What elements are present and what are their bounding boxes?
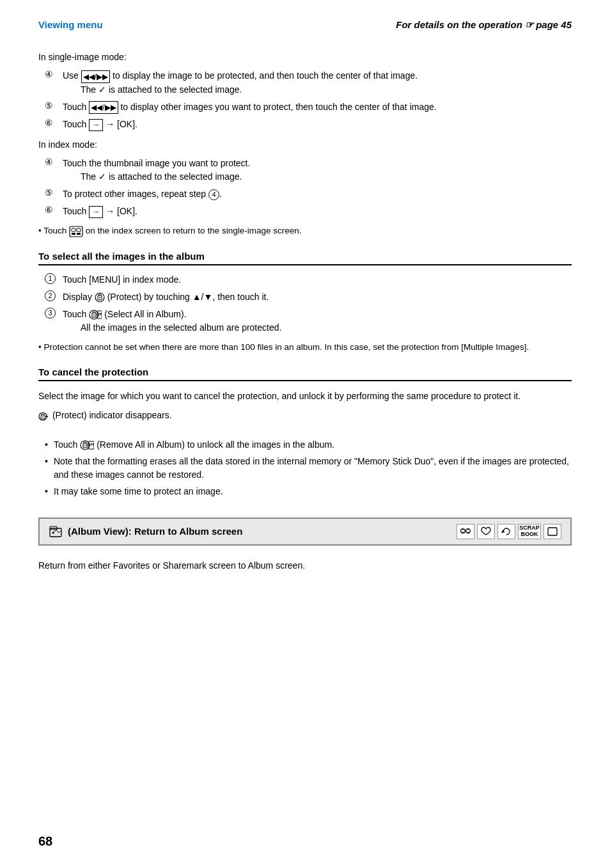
step-indent-text: The ✓ is attached to the selected image. [81, 83, 572, 97]
svg-rect-3 [72, 233, 75, 235]
page: Viewing menu For details on the operatio… [0, 0, 610, 868]
page-reference: For details on the operation ☞ page 45 [396, 19, 572, 31]
step-item: 3 Touch ON (Select All in Album). All th… [45, 308, 572, 335]
step-text: Use ◀◀/▶▶ to display the image to be pro… [63, 69, 572, 96]
cancel-note-item: Touch OFF (Remove All in Album) to unloc… [45, 438, 572, 452]
index-bullet-note: • Touch on the index screen to return to… [38, 225, 572, 237]
svg-text:OFF: OFF [88, 443, 95, 446]
svg-point-12 [94, 315, 95, 316]
cancel-note-item: It may take some time to protect an imag… [45, 485, 572, 498]
single-image-mode-label: In single-image mode: [38, 50, 572, 64]
checkmark-icon: ✓ [98, 84, 106, 95]
album-view-description: Return from either Favorites or Sharemar… [38, 558, 572, 572]
step-number: ⑤ [45, 100, 59, 111]
step-text: Touch → → [OK]. [63, 205, 572, 218]
svg-rect-33 [548, 528, 557, 535]
svg-text:ON: ON [97, 312, 102, 316]
checkmark-icon: ✓ [98, 171, 106, 182]
index-mode-label: In index mode: [38, 138, 572, 152]
step-text: To protect other images, repeat step 4. [63, 187, 572, 201]
step-item: ⑤ To protect other images, repeat step 4… [45, 187, 572, 201]
svg-point-31 [467, 529, 469, 530]
step-text: Display (Protect) by touching ▲/▼, then … [63, 290, 572, 304]
section-title: Viewing menu [38, 19, 103, 30]
nav-prev-icon: ◀◀/▶▶ [81, 70, 110, 83]
step-item: ④ Touch the thumbnail image you want to … [45, 157, 572, 184]
arrow-button: → [89, 119, 103, 131]
scrap-book-icon: SCRAPBOOK [518, 524, 541, 539]
step-item: ④ Use ◀◀/▶▶ to display the image to be p… [45, 69, 572, 96]
svg-rect-4 [77, 233, 81, 235]
step-item: 1 Touch [MENU] in index mode. [45, 273, 572, 287]
cancel-notes-list: Touch OFF (Remove All in Album) to unloc… [45, 438, 572, 498]
step-text: Touch ◀◀/▶▶ to display other images you … [63, 100, 572, 114]
album-view-label: (Album View): Return to Album screen [68, 526, 242, 537]
page-number: 68 [38, 834, 52, 849]
step-number: 2 [45, 290, 59, 302]
step-number: ⑤ [45, 187, 59, 198]
step-number: ④ [45, 157, 59, 167]
circled-1: 1 [45, 273, 56, 284]
cancel-description: Select the image for which you want to c… [38, 389, 572, 403]
cancel-protection-subtitle: To cancel the protection [38, 367, 572, 381]
arrow-button: → [89, 206, 103, 218]
svg-point-27 [52, 532, 54, 533]
circled-3: 3 [45, 308, 56, 319]
nav-icon: ◀◀/▶▶ [89, 101, 118, 114]
step-text: Touch [MENU] in index mode. [63, 273, 572, 287]
svg-point-8 [99, 298, 100, 299]
step-number: ⑥ [45, 118, 59, 128]
circled-num: 4 [208, 189, 219, 200]
step-item: ⑤ Touch ◀◀/▶▶ to display other images yo… [45, 100, 572, 114]
step-text: Touch ON (Select All in Album). All the … [63, 308, 572, 335]
svg-point-30 [462, 529, 464, 530]
svg-rect-2 [77, 228, 81, 232]
step-number: 1 [45, 273, 59, 285]
refresh-icon [497, 524, 515, 539]
step-indent-text: All the images in the selected album are… [81, 321, 572, 335]
step-number: 3 [45, 308, 59, 319]
svg-rect-1 [72, 228, 75, 232]
step-indent-text: The ✓ is attached to the selected image. [81, 170, 572, 184]
step-item: 2 Display (Protect) by touching ▲/▼, the… [45, 290, 572, 304]
svg-point-22 [85, 446, 86, 446]
single-image-steps: ④ Use ◀◀/▶▶ to display the image to be p… [45, 69, 572, 131]
album-view-title: (Album View): Return to Album screen [49, 525, 242, 538]
index-mode-steps: ④ Touch the thumbnail image you want to … [45, 157, 572, 218]
step-number: ⑥ [45, 205, 59, 215]
circled-2: 2 [45, 290, 56, 301]
step-text: Touch the thumbnail image you want to pr… [63, 157, 572, 184]
select-all-steps: 1 Touch [MENU] in index mode. 2 Display … [45, 273, 572, 335]
page-header: Viewing menu For details on the operatio… [38, 19, 572, 31]
faces-icon [457, 524, 474, 539]
album-view-icon [49, 525, 63, 538]
step-text: Touch → → [OK]. [63, 118, 572, 131]
frame-icon [544, 524, 561, 539]
step-item: ⑥ Touch → → [OK]. [45, 118, 572, 131]
album-view-toolbar-icons: SCRAPBOOK [457, 524, 561, 539]
cancel-indicator: (Protect) indicator disappears. [38, 408, 572, 422]
step-item: ⑥ Touch → → [OK]. [45, 205, 572, 218]
select-all-note: • Protection cannot be set when there ar… [38, 341, 572, 354]
album-view-section: (Album View): Return to Album screen [38, 517, 572, 546]
cancel-note-item: Note that the formatting erases all the … [45, 455, 572, 482]
step-number: ④ [45, 69, 59, 79]
select-all-subtitle: To select all the images in the album [38, 251, 572, 265]
heart-icon [477, 524, 495, 539]
